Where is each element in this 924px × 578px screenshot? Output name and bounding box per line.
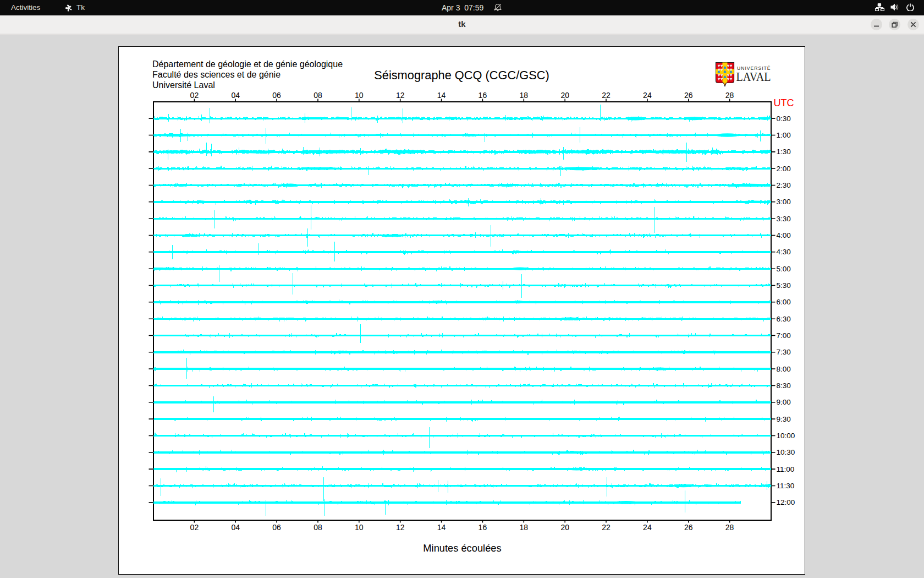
svg-text:9:30: 9:30 — [777, 415, 791, 423]
svg-text:14: 14 — [437, 91, 446, 100]
svg-text:2:30: 2:30 — [777, 181, 791, 189]
svg-text:02: 02 — [190, 523, 199, 532]
svg-text:Minutes écoulées: Minutes écoulées — [423, 542, 501, 554]
svg-text:04: 04 — [231, 523, 240, 532]
svg-text:9:00: 9:00 — [777, 398, 791, 406]
svg-text:24: 24 — [643, 91, 652, 100]
svg-text:16: 16 — [479, 523, 487, 532]
svg-text:2:00: 2:00 — [777, 165, 791, 173]
svg-text:1:30: 1:30 — [777, 148, 791, 156]
svg-text:22: 22 — [602, 523, 610, 532]
svg-text:02: 02 — [190, 91, 199, 100]
svg-text:10:30: 10:30 — [777, 448, 795, 456]
svg-text:6:30: 6:30 — [777, 315, 791, 323]
svg-text:24: 24 — [643, 523, 652, 532]
svg-text:12: 12 — [396, 523, 405, 532]
svg-text:26: 26 — [684, 91, 693, 100]
svg-text:28: 28 — [725, 523, 734, 532]
svg-text:18: 18 — [520, 91, 529, 100]
svg-text:LAVAL: LAVAL — [736, 70, 771, 84]
svg-text:8:00: 8:00 — [777, 365, 791, 373]
svg-text:5:00: 5:00 — [777, 265, 791, 273]
svg-text:10: 10 — [355, 91, 364, 100]
svg-text:11:00: 11:00 — [777, 465, 795, 473]
svg-text:10:00: 10:00 — [777, 432, 795, 440]
svg-text:1:00: 1:00 — [777, 131, 791, 139]
svg-text:18: 18 — [520, 523, 529, 532]
svg-text:7:30: 7:30 — [777, 348, 791, 356]
svg-text:06: 06 — [272, 523, 281, 532]
svg-text:20: 20 — [560, 523, 569, 532]
svg-text:4:00: 4:00 — [777, 231, 791, 239]
svg-text:16: 16 — [479, 91, 487, 100]
svg-text:08: 08 — [314, 523, 322, 532]
svg-text:12: 12 — [396, 91, 405, 100]
svg-text:3:00: 3:00 — [777, 198, 791, 206]
svg-text:04: 04 — [231, 91, 240, 100]
svg-text:11:30: 11:30 — [777, 482, 795, 490]
svg-text:UTC: UTC — [774, 97, 794, 108]
svg-text:14: 14 — [437, 523, 446, 532]
svg-text:26: 26 — [684, 523, 693, 532]
svg-text:7:00: 7:00 — [777, 331, 791, 340]
svg-text:20: 20 — [560, 91, 569, 100]
svg-text:6:00: 6:00 — [777, 298, 791, 306]
svg-text:4:30: 4:30 — [777, 248, 791, 256]
svg-text:8:30: 8:30 — [777, 381, 791, 390]
svg-text:3:30: 3:30 — [777, 215, 791, 223]
svg-text:28: 28 — [725, 91, 734, 100]
svg-text:08: 08 — [314, 91, 322, 100]
svg-text:0:30: 0:30 — [777, 114, 791, 123]
svg-text:12:00: 12:00 — [777, 498, 795, 506]
svg-text:5:30: 5:30 — [777, 281, 791, 290]
svg-text:06: 06 — [272, 91, 281, 100]
svg-text:10: 10 — [355, 523, 364, 532]
svg-text:22: 22 — [602, 91, 610, 100]
